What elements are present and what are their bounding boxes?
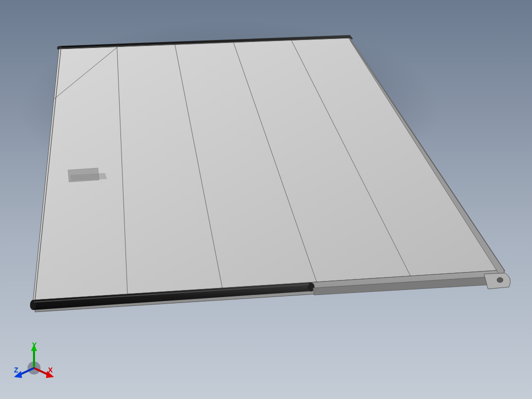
axis-x-label: X — [48, 366, 52, 374]
mounting-tab — [484, 273, 510, 289]
axis-triad[interactable]: Y X Z — [10, 339, 60, 389]
under-bracket — [68, 168, 99, 182]
model-3d[interactable] — [0, 0, 532, 399]
model-svg — [0, 0, 532, 399]
mounting-hole — [497, 278, 503, 282]
axis-y-label: Y — [32, 341, 36, 349]
axis-z-label: Z — [14, 366, 18, 374]
cad-viewport[interactable]: Y X Z — [0, 0, 532, 399]
